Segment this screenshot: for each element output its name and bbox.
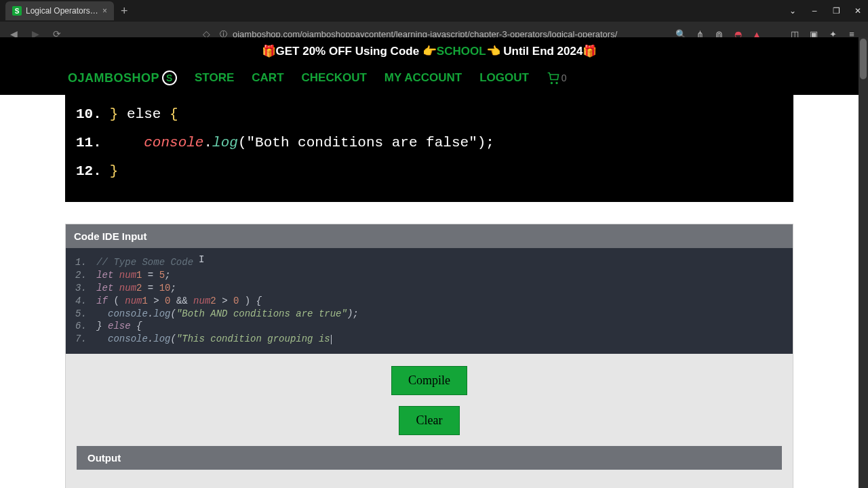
promo-post: 👈 Until End 2024🎁	[486, 45, 597, 58]
page-content: 10.} else {11. console.log("Both conditi…	[0, 95, 859, 488]
maximize-button[interactable]: ❐	[826, 1, 846, 21]
code-line: 10.} else {	[76, 100, 783, 129]
ide-actions: Compile Clear Output	[66, 354, 793, 488]
new-tab-button[interactable]: +	[114, 4, 135, 18]
promo-pre: 🎁GET 20% OFF Using Code 👉	[262, 45, 437, 58]
promo-code: SCHOOL	[437, 45, 486, 58]
ide-line: 5. console.log("Both AND conditions are …	[75, 308, 783, 321]
ide-line: 2. let num1 = 5;	[75, 269, 783, 282]
brand[interactable]: OJAMBOSHOP S	[68, 70, 177, 85]
ide-line: 1. // Type Some Code	[75, 256, 783, 269]
brand-logo-icon: S	[162, 70, 177, 85]
ide-editor[interactable]: 𝙸 1. // Type Some Code2. let num1 = 5;3.…	[66, 248, 793, 354]
tab-strip: S Logical Operators - Ojamb × +	[0, 0, 135, 22]
cart-button[interactable]: 0	[547, 71, 567, 85]
ide-line: 3. let num2 = 10;	[75, 282, 783, 295]
minimize-button[interactable]: –	[804, 1, 825, 21]
promo-banner: 🎁GET 20% OFF Using Code 👉SCHOOL👈 Until E…	[0, 37, 859, 65]
code-line: 12.}	[76, 157, 783, 186]
text-cursor-icon: 𝙸	[199, 253, 204, 266]
tab-title: Logical Operators - Ojamb	[26, 6, 98, 16]
code-example-block: 10.} else {11. console.log("Both conditi…	[65, 95, 793, 202]
ide-line: 6. } else {	[75, 320, 783, 333]
nav-account[interactable]: MY ACCOUNT	[384, 71, 462, 85]
ide-output-header: Output	[77, 446, 782, 470]
ide-line: 4. if ( num1 > 0 && num2 > 0 ) {	[75, 295, 783, 308]
browser-tab[interactable]: S Logical Operators - Ojamb ×	[5, 1, 114, 20]
nav-logout[interactable]: LOGOUT	[479, 71, 529, 85]
tab-favicon-icon: S	[12, 6, 22, 16]
code-ide: Code IDE Input 𝙸 1. // Type Some Code2. …	[65, 224, 793, 488]
editor-cursor	[331, 335, 332, 344]
page-viewport: 🎁GET 20% OFF Using Code 👉SCHOOL👈 Until E…	[0, 37, 859, 488]
clear-button[interactable]: Clear	[399, 406, 460, 435]
nav-checkout[interactable]: CHECKOUT	[302, 71, 367, 85]
nav-cart[interactable]: CART	[252, 71, 283, 85]
ide-header: Code IDE Input	[66, 224, 793, 248]
compile-button[interactable]: Compile	[391, 366, 467, 395]
brand-text: OJAMBOSHOP	[68, 71, 159, 85]
window-controls: ⌄ – ❐ ✕	[783, 1, 868, 21]
cart-count: 0	[561, 73, 567, 83]
code-line: 11. console.log("Both conditions are fal…	[76, 129, 783, 157]
nav-store[interactable]: STORE	[195, 71, 234, 85]
cart-icon	[547, 71, 560, 85]
ide-line: 7. console.log("This condition grouping …	[75, 333, 783, 346]
dropdown-icon[interactable]: ⌄	[783, 1, 803, 21]
close-window-button[interactable]: ✕	[848, 1, 868, 21]
tab-close-icon[interactable]: ×	[102, 6, 107, 16]
top-nav: OJAMBOSHOP S STORE CART CHECKOUT MY ACCO…	[0, 65, 859, 95]
scroll-thumb[interactable]	[860, 39, 867, 79]
page-scrollbar[interactable]	[859, 37, 868, 488]
browser-titlebar: S Logical Operators - Ojamb × + ⌄ – ❐ ✕	[0, 0, 868, 22]
